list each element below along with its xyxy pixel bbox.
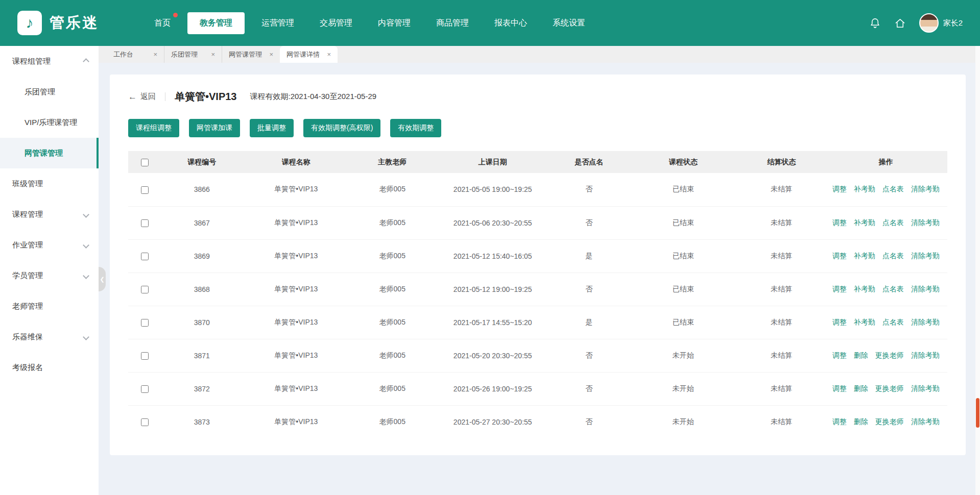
row-select-checkbox[interactable] — [141, 286, 149, 293]
sidebar-item-course-mgmt[interactable]: 课程管理 — [0, 199, 99, 230]
cell-course-name: 单簧管•VIP13 — [243, 372, 350, 405]
sidebar-item-student-mgmt[interactable]: 学员管理 — [0, 260, 99, 291]
action-clear-attendance[interactable]: 清除考勤 — [911, 417, 940, 426]
action-makeup-attendance[interactable]: 补考勤 — [854, 285, 875, 293]
row-select-checkbox[interactable] — [141, 352, 149, 360]
action-adjust[interactable]: 调整 — [832, 185, 847, 193]
sidebar-item-label: 乐器维保 — [12, 332, 43, 342]
scrollbar-thumb[interactable] — [976, 398, 979, 428]
user-menu[interactable]: 家长2 — [919, 13, 963, 33]
nav-item-system-settings[interactable]: 系统设置 — [544, 12, 594, 34]
add-online-course-button[interactable]: 网管课加课 — [189, 119, 240, 137]
action-delete[interactable]: 删除 — [854, 351, 868, 359]
course-group-adjust-button[interactable]: 课程组调整 — [128, 119, 179, 137]
back-button[interactable]: ←返回 — [128, 92, 156, 102]
nav-item-label: 系统设置 — [553, 18, 585, 27]
action-change-teacher[interactable]: 更换老师 — [875, 351, 904, 359]
row-select-checkbox[interactable] — [141, 385, 149, 393]
action-change-teacher[interactable]: 更换老师 — [875, 384, 904, 392]
sidebar-item-vip-theory-mgmt[interactable]: VIP/乐理课管理 — [0, 107, 99, 138]
action-rollcall-sheet[interactable]: 点名表 — [882, 185, 904, 193]
action-clear-attendance[interactable]: 清除考勤 — [911, 218, 940, 227]
cell-settlement-status: 未结算 — [738, 372, 824, 405]
course-validity: 课程有效期:2021-04-30至2021-05-29 — [250, 92, 376, 102]
action-clear-attendance[interactable]: 清除考勤 — [911, 318, 940, 326]
close-icon[interactable]: × — [269, 51, 273, 58]
content-area: ←返回 单簧管•VIP13 课程有效期:2021-04-30至2021-05-2… — [99, 63, 980, 495]
sidebar-item-instrument-maintenance[interactable]: 乐器维保 — [0, 321, 99, 352]
validity-adjust-privileged-button[interactable]: 有效期调整(高权限) — [303, 119, 380, 137]
action-adjust[interactable]: 调整 — [832, 285, 847, 293]
avatar — [919, 13, 939, 33]
brand-logo-icon: ♪ — [17, 11, 42, 35]
action-clear-attendance[interactable]: 清除考勤 — [911, 185, 940, 193]
cell-rollcall: 否 — [550, 173, 628, 206]
row-select-checkbox[interactable] — [141, 253, 149, 260]
action-adjust[interactable]: 调整 — [832, 252, 847, 260]
action-rollcall-sheet[interactable]: 点名表 — [882, 252, 904, 260]
row-select-checkbox[interactable] — [141, 219, 149, 227]
vertical-scrollbar[interactable] — [975, 46, 980, 495]
nav-item-operation-mgmt[interactable]: 运营管理 — [253, 12, 303, 34]
validity-adjust-button[interactable]: 有效期调整 — [390, 119, 441, 137]
brand[interactable]: ♪ 管乐迷 — [17, 11, 99, 35]
home-icon[interactable] — [894, 17, 906, 29]
action-rollcall-sheet[interactable]: 点名表 — [882, 285, 904, 293]
nav-item-product-mgmt[interactable]: 商品管理 — [427, 12, 477, 34]
nav-item-transaction-mgmt[interactable]: 交易管理 — [311, 12, 361, 34]
cell-teacher: 老师005 — [349, 206, 435, 239]
action-adjust[interactable]: 调整 — [832, 318, 847, 326]
action-adjust[interactable]: 调整 — [832, 218, 847, 227]
sidebar-item-orchestra-mgmt[interactable]: 乐团管理 — [0, 77, 99, 107]
tab-online-course-detail[interactable]: 网管课详情× — [280, 46, 338, 63]
sidebar-item-homework-mgmt[interactable]: 作业管理 — [0, 230, 99, 260]
notification-dot — [173, 13, 178, 17]
batch-adjust-button[interactable]: 批量调整 — [250, 119, 294, 137]
sidebar-item-course-group-mgmt[interactable]: 课程组管理 — [0, 46, 99, 77]
action-makeup-attendance[interactable]: 补考勤 — [854, 252, 875, 260]
tab-online-course-mgmt[interactable]: 网管课管理× — [222, 46, 280, 63]
sidebar-item-online-course-mgmt[interactable]: 网管课管理 — [0, 138, 99, 168]
action-delete[interactable]: 删除 — [854, 417, 868, 426]
action-makeup-attendance[interactable]: 补考勤 — [854, 185, 875, 193]
sidebar-item-label: 考级报名 — [12, 363, 43, 373]
tab-orchestra-mgmt[interactable]: 乐团管理× — [164, 46, 222, 63]
row-select-checkbox[interactable] — [141, 319, 149, 327]
sidebar-collapse-handle[interactable]: ❮ — [99, 267, 106, 291]
main-nav: 首页 教务管理 运营管理 交易管理 内容管理 商品管理 报表中心 系统设置 — [146, 12, 594, 34]
sidebar-item-teacher-mgmt[interactable]: 老师管理 — [0, 291, 99, 321]
action-adjust[interactable]: 调整 — [832, 384, 847, 392]
action-rollcall-sheet[interactable]: 点名表 — [882, 218, 904, 227]
close-icon[interactable]: × — [327, 51, 331, 58]
sidebar-item-class-mgmt[interactable]: 班级管理 — [0, 168, 99, 199]
nav-item-home[interactable]: 首页 — [146, 12, 179, 34]
row-select-checkbox[interactable] — [141, 418, 149, 426]
action-makeup-attendance[interactable]: 补考勤 — [854, 218, 875, 227]
action-clear-attendance[interactable]: 清除考勤 — [911, 384, 940, 392]
close-icon[interactable]: × — [153, 51, 157, 58]
sidebar-item-exam-registration[interactable]: 考级报名 — [0, 352, 99, 383]
sidebar-item-label: 网管课管理 — [25, 148, 63, 158]
tab-workbench[interactable]: 工作台× — [107, 46, 164, 63]
cell-settlement-status: 未结算 — [738, 273, 824, 306]
action-makeup-attendance[interactable]: 补考勤 — [854, 318, 875, 326]
row-select-checkbox[interactable] — [141, 186, 149, 194]
action-clear-attendance[interactable]: 清除考勤 — [911, 285, 940, 293]
cell-course-id: 3871 — [161, 339, 243, 372]
action-delete[interactable]: 删除 — [854, 384, 868, 392]
action-adjust[interactable]: 调整 — [832, 351, 847, 359]
bell-icon[interactable] — [869, 17, 881, 29]
action-rollcall-sheet[interactable]: 点名表 — [882, 318, 904, 326]
nav-item-report-center[interactable]: 报表中心 — [486, 12, 536, 34]
action-clear-attendance[interactable]: 清除考勤 — [911, 252, 940, 260]
action-change-teacher[interactable]: 更换老师 — [875, 417, 904, 426]
cell-teacher: 老师005 — [349, 405, 435, 438]
action-adjust[interactable]: 调整 — [832, 417, 847, 426]
sidebar: 课程组管理 乐团管理 VIP/乐理课管理 网管课管理 班级管理 课程管理 作业管… — [0, 46, 99, 495]
action-clear-attendance[interactable]: 清除考勤 — [911, 351, 940, 359]
select-all-checkbox[interactable] — [141, 159, 149, 166]
nav-item-content-mgmt[interactable]: 内容管理 — [369, 12, 419, 34]
col-settlement-status: 结算状态 — [738, 151, 824, 173]
nav-item-academic-mgmt[interactable]: 教务管理 — [187, 12, 245, 34]
close-icon[interactable]: × — [211, 51, 215, 58]
